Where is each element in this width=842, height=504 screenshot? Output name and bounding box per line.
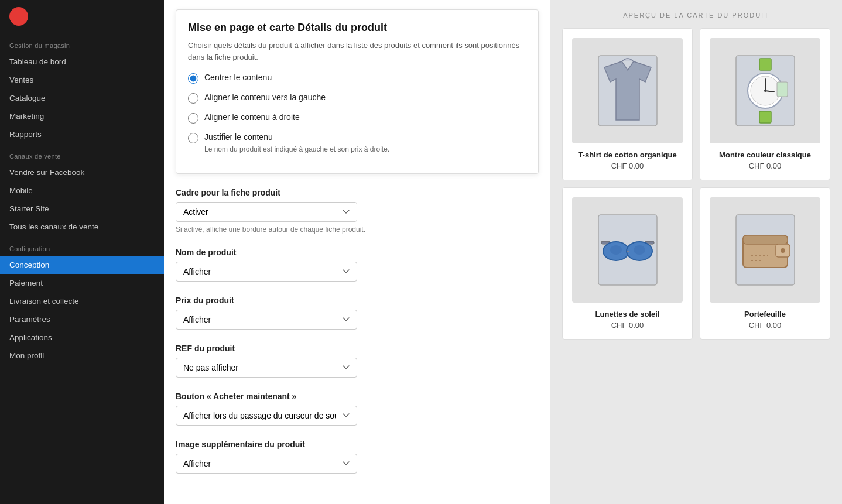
- radio-label-justify: Justifier le contenu: [204, 132, 389, 143]
- radio-label-center: Centrer le contenu: [204, 72, 272, 84]
- product-image-tshirt: [572, 38, 683, 143]
- sidebar-item-paiement[interactable]: Paiement: [0, 274, 164, 292]
- radio-sub-justify: Le nom du produit est indiqué à gauche e…: [204, 145, 389, 153]
- radio-input-justify[interactable]: [188, 133, 198, 143]
- form-section-ref-produit: REF du produitAfficherNe pas afficher: [176, 344, 539, 378]
- product-name-lunettes: Lunettes de soleil: [595, 310, 660, 318]
- sidebar-section-label: Canaux de vente: [0, 143, 164, 163]
- product-card-portefeuille: PortefeuilleCHF 0.00: [700, 187, 830, 340]
- svg-rect-4: [759, 111, 771, 123]
- svg-point-23: [781, 248, 785, 253]
- sidebar-item-parametres[interactable]: Paramètres: [0, 310, 164, 328]
- product-price-tshirt: CHF 0.00: [611, 162, 644, 170]
- form-select-bouton-acheter[interactable]: Afficher lors du passage du curseur de s…: [176, 406, 357, 426]
- product-image-lunettes: [572, 197, 683, 303]
- sidebar-item-ventes[interactable]: Ventes: [0, 71, 164, 89]
- sidebar-item-catalogue[interactable]: Catalogue: [0, 89, 164, 107]
- form-label-prix-produit: Prix du produit: [176, 296, 539, 305]
- form-hint-cadre: Si activé, affiche une bordure autour de…: [176, 225, 539, 234]
- form-section-prix-produit: Prix du produitAfficherNe pas afficher: [176, 296, 539, 330]
- product-card-tshirt: T-shirt de cotton organiqueCHF 0.00: [562, 28, 693, 180]
- popup-description: Choisir quels détails du produit à affic…: [188, 40, 526, 63]
- form-section-nom-produit: Nom de produitAfficherNe pas afficher: [176, 248, 539, 282]
- product-price-montre: CHF 0.00: [749, 162, 782, 170]
- form-label-bouton-acheter: Bouton « Acheter maintenant »: [176, 392, 539, 401]
- sidebar-item-tableau-de-bord[interactable]: Tableau de bord: [0, 53, 164, 71]
- product-price-lunettes: CHF 0.00: [611, 321, 644, 330]
- sidebar-section-label: Gestion du magasin: [0, 33, 164, 53]
- radio-label-right: Aligner le contenu à droite: [204, 112, 300, 124]
- radio-input-left[interactable]: [188, 93, 198, 104]
- settings-form: Cadre pour la fiche produitActiverDésact…: [164, 183, 550, 499]
- radio-option-right[interactable]: Aligner le contenu à droite: [188, 112, 526, 124]
- sidebar-item-conception[interactable]: Conception: [0, 256, 164, 274]
- sidebar: Gestion du magasinTableau de bordVentesC…: [0, 0, 164, 504]
- popup-title: Mise en page et carte Détails du produit: [188, 22, 526, 34]
- product-name-tshirt: T-shirt de cotton organique: [578, 150, 676, 159]
- radio-label-left: Aligner le contenu vers la gauche: [204, 92, 326, 104]
- radio-option-center[interactable]: Centrer le contenu: [188, 72, 526, 84]
- sidebar-item-vendre-facebook[interactable]: Vendre sur Facebook: [0, 163, 164, 181]
- sidebar-item-tous-canaux[interactable]: Tous les canaux de vente: [0, 218, 164, 236]
- svg-point-9: [764, 90, 766, 92]
- sidebar-item-livraison[interactable]: Livraison et collecte: [0, 292, 164, 310]
- sidebar-item-marketing[interactable]: Marketing: [0, 107, 164, 125]
- form-select-prix-produit[interactable]: AfficherNe pas afficher: [176, 310, 357, 330]
- form-select-nom-produit[interactable]: AfficherNe pas afficher: [176, 262, 357, 282]
- product-price-portefeuille: CHF 0.00: [749, 321, 782, 330]
- svg-rect-21: [743, 235, 788, 244]
- sidebar-logo: [0, 0, 164, 33]
- product-card-lunettes: Lunettes de soleilCHF 0.00: [562, 187, 693, 340]
- radio-option-left[interactable]: Aligner le contenu vers la gauche: [188, 92, 526, 104]
- sidebar-item-mobile[interactable]: Mobile: [0, 181, 164, 200]
- svg-point-18: [634, 245, 645, 255]
- radio-input-center[interactable]: [188, 73, 198, 84]
- main-content: Mise en page et carte Détails du produit…: [164, 0, 842, 504]
- preview-panel: APERÇU DE LA CARTE DU PRODUIT T-shirt de…: [550, 0, 842, 504]
- form-label-ref-produit: REF du produit: [176, 344, 539, 353]
- settings-panel: Mise en page et carte Détails du produit…: [164, 0, 550, 504]
- product-name-portefeuille: Portefeuille: [744, 310, 786, 318]
- svg-point-17: [610, 245, 622, 255]
- form-section-bouton-acheter: Bouton « Acheter maintenant »Afficher lo…: [176, 392, 539, 426]
- product-card-montre: Montre couleur classiqueCHF 0.00: [700, 28, 830, 180]
- sidebar-item-rapports[interactable]: Rapports: [0, 125, 164, 143]
- product-image-montre: [710, 38, 820, 143]
- form-select-ref-produit[interactable]: AfficherNe pas afficher: [176, 358, 357, 378]
- sidebar-section-label: Configuration: [0, 236, 164, 256]
- form-label-cadre: Cadre pour la fiche produit: [176, 188, 539, 197]
- preview-title: APERÇU DE LA CARTE DU PRODUIT: [562, 12, 830, 19]
- form-label-nom-produit: Nom de produit: [176, 248, 539, 257]
- layout-popup-card: Mise en page et carte Détails du produit…: [176, 9, 539, 174]
- radio-option-justify[interactable]: Justifier le contenuLe nom du produit es…: [188, 132, 526, 153]
- sidebar-item-applications[interactable]: Applications: [0, 328, 164, 347]
- svg-rect-3: [759, 59, 771, 70]
- product-image-portefeuille: [710, 197, 820, 303]
- form-label-image-supp: Image supplémentaire du produit: [176, 440, 539, 449]
- logo-icon: [9, 7, 28, 26]
- form-section-image-supp: Image supplémentaire du produitAfficherN…: [176, 440, 539, 474]
- radio-input-right[interactable]: [188, 113, 198, 124]
- sidebar-item-starter-site[interactable]: Starter Site: [0, 200, 164, 218]
- product-name-montre: Montre couleur classique: [719, 150, 811, 159]
- svg-rect-10: [777, 82, 788, 97]
- form-select-image-supp[interactable]: AfficherNe pas afficher: [176, 454, 357, 474]
- product-grid: T-shirt de cotton organiqueCHF 0.00 Mont…: [562, 28, 830, 340]
- sidebar-item-mon-profil[interactable]: Mon profil: [0, 347, 164, 365]
- form-section-cadre: Cadre pour la fiche produitActiverDésact…: [176, 188, 539, 234]
- form-select-cadre[interactable]: ActiverDésactiver: [176, 202, 357, 222]
